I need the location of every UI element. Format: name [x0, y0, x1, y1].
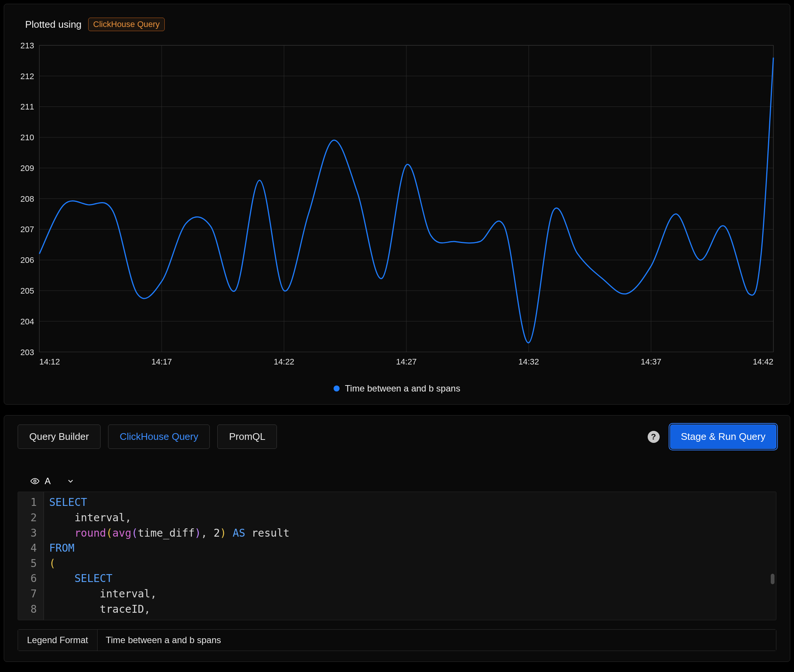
svg-text:204: 204 — [20, 317, 34, 326]
query-type-badge: ClickHouse Query — [88, 18, 164, 31]
query-block: A 12345678 SELECT interval, round(avg(ti… — [18, 476, 776, 651]
svg-text:203: 203 — [20, 348, 34, 357]
code-content[interactable]: SELECT interval, round(avg(time_diff), 2… — [43, 492, 776, 620]
chart-area[interactable]: 20320420520620720820921021121221314:1214… — [16, 42, 778, 371]
line-chart[interactable]: 20320420520620720820921021121221314:1214… — [16, 42, 778, 371]
stage-run-query-button[interactable]: Stage & Run Query — [670, 424, 776, 449]
scrollbar-thumb[interactable] — [771, 574, 775, 584]
tab-query-builder[interactable]: Query Builder — [18, 424, 101, 449]
svg-text:205: 205 — [20, 286, 34, 296]
svg-text:14:17: 14:17 — [151, 357, 172, 366]
svg-point-37 — [34, 480, 36, 482]
visibility-toggle-icon[interactable] — [30, 477, 39, 486]
legend-format-row: Legend Format — [18, 629, 776, 651]
svg-text:208: 208 — [20, 194, 34, 204]
svg-text:211: 211 — [20, 102, 34, 111]
svg-text:207: 207 — [20, 225, 34, 234]
svg-text:14:27: 14:27 — [396, 357, 417, 366]
query-meta: A — [30, 476, 776, 486]
legend-swatch-icon — [334, 386, 340, 392]
chart-panel: Plotted using ClickHouse Query 203204205… — [4, 4, 790, 405]
sql-code-editor[interactable]: 12345678 SELECT interval, round(avg(time… — [18, 492, 776, 620]
svg-text:14:42: 14:42 — [753, 357, 773, 366]
svg-text:210: 210 — [20, 133, 34, 142]
legend-format-label: Legend Format — [18, 630, 98, 651]
legend-label: Time between a and b spans — [345, 383, 460, 394]
help-icon[interactable]: ? — [648, 431, 660, 443]
svg-text:14:37: 14:37 — [641, 357, 662, 366]
svg-text:209: 209 — [20, 163, 34, 173]
tabs-row: Query BuilderClickHouse QueryPromQL ? St… — [18, 424, 776, 449]
svg-text:212: 212 — [20, 72, 34, 81]
legend-format-input[interactable] — [98, 630, 776, 651]
query-tabs: Query BuilderClickHouse QueryPromQL — [18, 424, 648, 449]
query-editor-panel: Query BuilderClickHouse QueryPromQL ? St… — [4, 415, 790, 662]
svg-text:14:12: 14:12 — [39, 357, 60, 366]
chevron-down-icon[interactable] — [66, 477, 75, 485]
svg-text:14:22: 14:22 — [274, 357, 294, 366]
svg-text:14:32: 14:32 — [518, 357, 539, 366]
tab-promql[interactable]: PromQL — [217, 424, 277, 449]
chart-header: Plotted using ClickHouse Query — [25, 18, 778, 31]
query-name-label: A — [45, 476, 51, 486]
chart-legend: Time between a and b spans — [16, 383, 778, 394]
plotted-using-label: Plotted using — [25, 19, 82, 30]
svg-text:213: 213 — [20, 42, 34, 50]
svg-text:206: 206 — [20, 255, 34, 265]
line-number-gutter: 12345678 — [18, 492, 43, 620]
tab-clickhouse-query[interactable]: ClickHouse Query — [108, 424, 210, 449]
